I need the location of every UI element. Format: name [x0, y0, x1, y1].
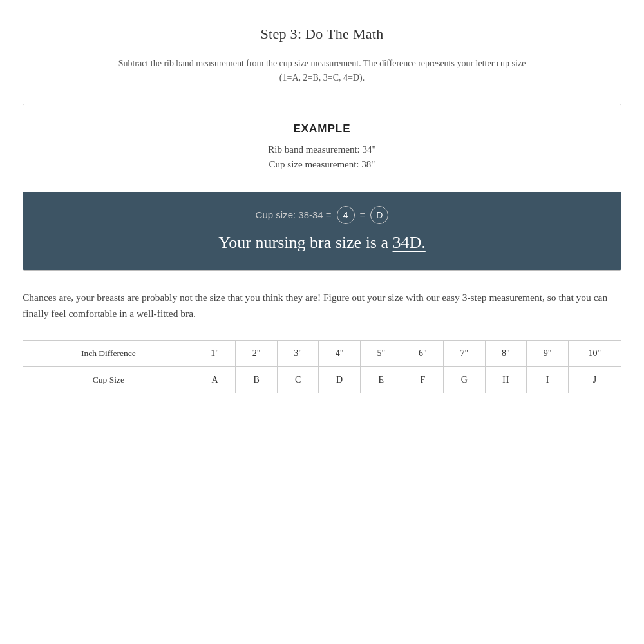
cup-C: C [277, 366, 319, 393]
example-label: EXAMPLE [36, 122, 608, 135]
formula-num: 4 [337, 206, 355, 224]
inch-9: 9" [527, 340, 569, 366]
result-size: 34D. [393, 233, 426, 252]
cup-G: G [444, 366, 486, 393]
cup-A: A [194, 366, 236, 393]
cup-size-row: Cup Size A B C D E F G H I J [23, 366, 621, 393]
cup-I: I [527, 366, 569, 393]
cup-E: E [360, 366, 402, 393]
instruction-text: Subtract the rib band measurement from t… [23, 57, 621, 86]
inch-10: 10" [568, 340, 621, 366]
cup-F: F [402, 366, 444, 393]
inch-5: 5" [360, 340, 402, 366]
inch-3: 3" [277, 340, 319, 366]
cup-size-measurement: Cup size measurement: 38" [36, 159, 608, 170]
body-text: Chances are, your breasts are probably n… [23, 289, 621, 322]
example-box: EXAMPLE Rib band measurement: 34" Cup si… [23, 104, 621, 271]
inch-6: 6" [402, 340, 444, 366]
inch-2: 2" [236, 340, 278, 366]
result-text: Your nursing bra size is a [218, 233, 388, 252]
page-container: Step 3: Do The Math Subtract the rib ban… [0, 0, 644, 644]
formula-letter: D [370, 206, 388, 224]
cup-size-label: Cup Size [23, 366, 194, 393]
inch-difference-header: Inch Difference [23, 340, 194, 366]
inch-difference-row: Inch Difference 1" 2" 3" 4" 5" 6" 7" 8" … [23, 340, 621, 366]
cup-J: J [568, 366, 621, 393]
step-title: Step 3: Do The Math [23, 26, 621, 43]
inch-4: 4" [319, 340, 361, 366]
formula-text: Cup size: 38-34 = [256, 209, 332, 220]
rib-band-measurement: Rib band measurement: 34" [36, 144, 608, 155]
cup-D: D [319, 366, 361, 393]
inch-1: 1" [194, 340, 236, 366]
cup-formula: Cup size: 38-34 = 4 = D [36, 206, 608, 224]
example-bottom: Cup size: 38-34 = 4 = D Your nursing bra… [23, 192, 621, 270]
inch-8: 8" [485, 340, 527, 366]
example-top: EXAMPLE Rib band measurement: 34" Cup si… [23, 104, 621, 192]
inch-7: 7" [444, 340, 486, 366]
cup-H: H [485, 366, 527, 393]
cup-B: B [236, 366, 278, 393]
formula-equals: = [360, 209, 366, 220]
size-table: Inch Difference 1" 2" 3" 4" 5" 6" 7" 8" … [23, 340, 621, 393]
nursing-size-text: Your nursing bra size is a 34D. [36, 233, 608, 252]
